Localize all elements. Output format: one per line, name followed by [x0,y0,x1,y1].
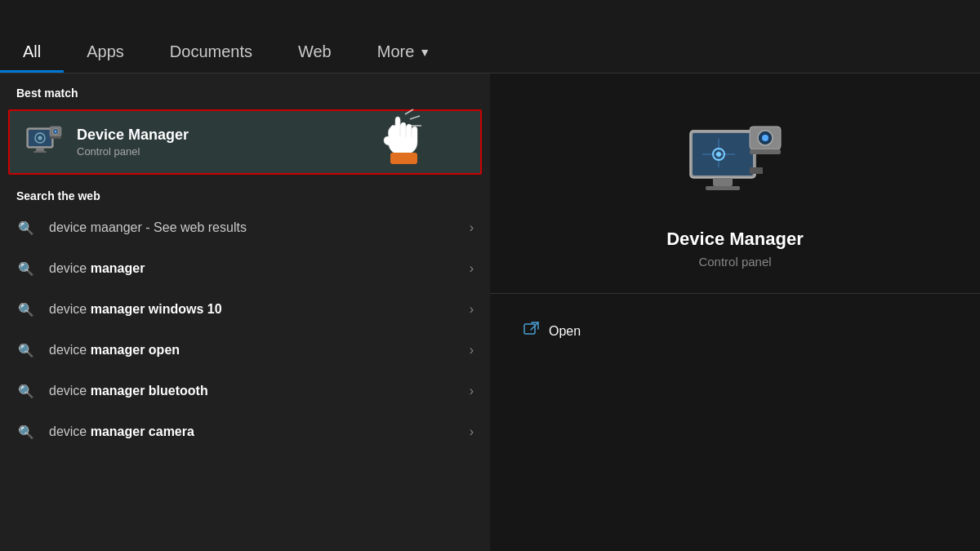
top-nav: All Apps Documents Web More ▼ [0,0,980,73]
device-manager-icon-small [23,121,65,163]
open-label: Open [549,324,581,339]
search-icon: 🔍 [16,340,36,360]
svg-rect-16 [390,153,417,164]
search-item-text: device manager bluetooth [49,384,470,398]
svg-rect-31 [524,324,535,334]
best-match-label: Best match [0,73,490,106]
list-item[interactable]: 🔍 device manager windows 10 › [0,289,490,330]
svg-rect-30 [750,167,763,174]
main-content: Best match [0,73,980,551]
svg-point-22 [716,152,721,157]
tab-more-label: More [377,42,415,61]
tab-apps-label: Apps [87,42,124,60]
svg-rect-28 [750,149,781,154]
tab-documents-label: Documents [170,42,252,60]
list-item[interactable]: 🔍 device maanger - See web results › [0,207,490,248]
list-item[interactable]: 🔍 device manager › [0,248,490,289]
tab-all[interactable]: All [0,31,64,73]
svg-line-10 [405,109,413,114]
open-button[interactable]: Open [490,313,980,349]
search-icon: 🔍 [16,422,36,442]
search-item-text: device manager open [49,343,470,358]
best-match-item[interactable]: Device Manager Control panel [8,109,482,175]
list-item[interactable]: 🔍 device manager open › [0,330,490,371]
tab-apps[interactable]: Apps [64,31,147,73]
svg-line-11 [410,116,420,119]
search-icon: 🔍 [16,259,36,278]
search-item-text: device manager camera [49,424,470,439]
chevron-right-icon: › [470,220,474,235]
svg-rect-4 [36,148,44,151]
right-panel-title: Device Manager [666,229,804,250]
svg-point-8 [55,131,57,133]
right-panel: Device Manager Control panel Open [490,73,980,551]
chevron-right-icon: › [470,384,474,398]
cursor-overlay [374,108,431,176]
chevron-right-icon: › [470,424,474,439]
tab-documents[interactable]: Documents [147,31,275,73]
list-item[interactable]: 🔍 device manager camera › [0,411,490,452]
open-icon [523,320,541,342]
chevron-down-icon: ▼ [419,46,430,59]
tab-web-label: Web [298,42,332,60]
chevron-right-icon: › [470,261,474,276]
best-match-subtitle: Control panel [77,145,189,158]
tab-more[interactable]: More ▼ [354,31,453,73]
svg-rect-24 [706,186,740,190]
search-results-list: 🔍 device maanger - See web results › 🔍 d… [0,207,490,551]
divider [490,293,980,294]
tab-all-label: All [23,42,41,60]
search-icon: 🔍 [16,218,36,238]
left-panel: Best match [0,73,490,551]
tab-web[interactable]: Web [275,31,354,73]
device-manager-icon-large [686,122,784,212]
search-icon: 🔍 [16,381,36,401]
search-item-text: device maanger - See web results [49,220,470,235]
list-item[interactable]: 🔍 device manager bluetooth › [0,371,490,411]
search-item-text: device manager windows 10 [49,302,470,317]
right-panel-subtitle: Control panel [698,255,771,269]
svg-point-3 [38,136,42,140]
best-match-title: Device Manager [77,127,189,144]
chevron-right-icon: › [470,343,474,358]
search-icon: 🔍 [16,300,36,319]
search-item-text: device manager [49,261,470,276]
search-web-label: Search the web [0,178,490,207]
svg-point-27 [762,135,768,141]
chevron-right-icon: › [470,302,474,317]
svg-rect-23 [713,178,733,186]
best-match-text: Device Manager Control panel [77,127,189,158]
svg-rect-9 [50,136,61,139]
svg-rect-5 [33,151,47,153]
